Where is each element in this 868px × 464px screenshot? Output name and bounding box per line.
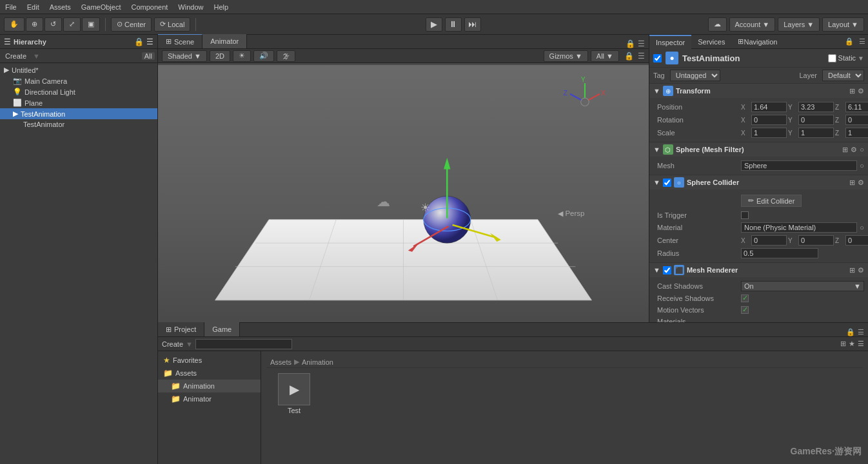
scene-menu2[interactable]: ☰ bbox=[638, 52, 645, 61]
tab-game[interactable]: Game bbox=[204, 322, 240, 336]
mr-settings-icon2[interactable]: ⚙ bbox=[858, 266, 864, 275]
scale-z[interactable] bbox=[845, 128, 868, 138]
sidebar-animation[interactable]: 📁 Animation bbox=[158, 380, 261, 392]
rotation-x[interactable] bbox=[751, 115, 787, 125]
scale-x[interactable] bbox=[751, 128, 787, 138]
center-y[interactable] bbox=[798, 235, 834, 246]
asset-test[interactable]: ▶ Test bbox=[271, 373, 317, 414]
scene-lock-icon[interactable]: 🔒 bbox=[626, 39, 635, 48]
cast-shadows-dropdown[interactable]: On ▼ bbox=[741, 281, 864, 291]
object-name[interactable]: TestAnimation bbox=[682, 53, 824, 63]
tab-animator[interactable]: Animator bbox=[202, 34, 247, 48]
hierarchy-item-test-animator[interactable]: TestAnimator bbox=[0, 119, 157, 130]
all-label[interactable]: All bbox=[142, 52, 155, 60]
radius-input[interactable] bbox=[741, 248, 818, 258]
object-active-checkbox[interactable] bbox=[653, 54, 662, 63]
mesh-renderer-header[interactable]: ▼ ⬛ Mesh Renderer ⊞ ⚙ bbox=[649, 263, 868, 277]
rotate-tool[interactable]: ↺ bbox=[44, 17, 62, 32]
hierarchy-item-test-animation[interactable]: ▶ TestAnimation bbox=[0, 108, 157, 119]
effects-icon[interactable]: 🌫 bbox=[277, 50, 295, 62]
mr-settings-icon1[interactable]: ⊞ bbox=[849, 266, 855, 275]
play-button[interactable]: ▶ bbox=[426, 17, 442, 32]
sc-enable[interactable] bbox=[663, 179, 671, 187]
rotation-y[interactable] bbox=[798, 115, 834, 125]
gizmos-dropdown[interactable]: Gizmos ▼ bbox=[544, 50, 588, 62]
position-x[interactable] bbox=[751, 102, 787, 112]
hierarchy-item-directional-light[interactable]: 💡 Directional Light bbox=[0, 86, 157, 97]
transform-settings-icon1[interactable]: ⊞ bbox=[849, 87, 855, 95]
sc-settings-icon2[interactable]: ⚙ bbox=[858, 179, 864, 187]
scale-tool[interactable]: ⤢ bbox=[63, 17, 81, 32]
tag-select[interactable]: Untagged bbox=[670, 70, 720, 81]
tab-inspector[interactable]: Inspector bbox=[649, 35, 691, 49]
sphere-collider-header[interactable]: ▼ ○ Sphere Collider ⊞ ⚙ bbox=[649, 175, 868, 189]
project-view-icon1[interactable]: ⊞ bbox=[840, 340, 846, 348]
mesh-filter-header[interactable]: ▼ ⬡ Sphere (Mesh Filter) ⊞ ⚙ ○ bbox=[649, 142, 868, 157]
create-label[interactable]: Create bbox=[3, 52, 29, 60]
tab-project[interactable]: ⊞ Project bbox=[158, 322, 204, 336]
hand-tool[interactable]: ✋ bbox=[4, 17, 25, 32]
lighting-icon[interactable]: ☀ bbox=[233, 50, 251, 62]
project-lock-icon[interactable]: 🔒 bbox=[846, 328, 855, 336]
transform-settings-icon2[interactable]: ⚙ bbox=[858, 87, 864, 95]
shading-dropdown[interactable]: Shaded ▼ bbox=[162, 50, 207, 62]
tab-services[interactable]: Services bbox=[691, 35, 731, 49]
hierarchy-menu[interactable]: ☰ bbox=[146, 37, 153, 46]
project-create-label[interactable]: Create bbox=[162, 340, 183, 348]
project-menu-icon[interactable]: ☰ bbox=[858, 328, 864, 336]
menu-edit[interactable]: Edit bbox=[22, 3, 44, 11]
scene-all-dropdown[interactable]: All ▼ bbox=[591, 50, 619, 62]
pause-button[interactable]: ⏸ bbox=[445, 17, 462, 32]
static-dropdown[interactable]: ▼ bbox=[858, 55, 864, 62]
menu-gameobject[interactable]: GameObject bbox=[76, 3, 126, 11]
project-view-icon3[interactable]: ☰ bbox=[858, 340, 864, 348]
position-y[interactable] bbox=[798, 102, 834, 112]
hierarchy-item-untitled[interactable]: ▶ Untitled* bbox=[0, 64, 157, 75]
hierarchy-item-main-camera[interactable]: 📷 Main Camera bbox=[0, 75, 157, 86]
transform-header[interactable]: ▼ ⊕ Transform ⊞ ⚙ bbox=[649, 84, 868, 98]
menu-window[interactable]: Window bbox=[173, 3, 208, 11]
menu-assets[interactable]: Assets bbox=[44, 3, 76, 11]
center-toggle[interactable]: ⊙ Center bbox=[111, 17, 152, 32]
edit-collider-button[interactable]: ✏ Edit Collider bbox=[741, 195, 802, 207]
menu-component[interactable]: Component bbox=[126, 3, 173, 11]
local-toggle[interactable]: ⟳ Local bbox=[154, 17, 190, 32]
receive-shadows-checkbox[interactable] bbox=[741, 295, 749, 302]
tab-navigation[interactable]: ⊞ Navigation bbox=[731, 35, 784, 49]
layers-dropdown[interactable]: Layers ▼ bbox=[778, 17, 820, 32]
sc-material-icon[interactable]: ○ bbox=[860, 224, 864, 231]
2d-toggle[interactable]: 2D bbox=[210, 50, 230, 62]
rotation-z[interactable] bbox=[845, 115, 868, 125]
center-z[interactable] bbox=[845, 235, 868, 246]
scene-menu-icon[interactable]: ☰ bbox=[638, 39, 645, 48]
move-tool[interactable]: ⊕ bbox=[26, 17, 43, 32]
scene-view[interactable]: ☁ ☀ X Y Z bbox=[158, 63, 649, 322]
sidebar-animator[interactable]: 📁 Animator bbox=[158, 392, 261, 405]
menu-file[interactable]: File bbox=[0, 3, 22, 11]
project-view-icon2[interactable]: ★ bbox=[849, 340, 855, 348]
layer-select[interactable]: Default bbox=[822, 70, 864, 81]
mf-settings-icon2[interactable]: ⚙ bbox=[851, 146, 857, 154]
sc-settings-icon1[interactable]: ⊞ bbox=[849, 179, 855, 187]
hierarchy-lock[interactable]: 🔒 bbox=[134, 37, 144, 46]
audio-icon[interactable]: 🔊 bbox=[253, 50, 274, 62]
scale-y[interactable] bbox=[798, 128, 834, 138]
rect-tool[interactable]: ▣ bbox=[82, 17, 100, 32]
hierarchy-item-plane[interactable]: ⬜ Plane bbox=[0, 97, 157, 108]
mr-enable[interactable] bbox=[663, 266, 671, 275]
menu-help[interactable]: Help bbox=[208, 3, 233, 11]
is-trigger-checkbox[interactable] bbox=[741, 211, 749, 219]
static-checkbox[interactable] bbox=[828, 54, 836, 63]
mesh-select-icon[interactable]: ○ bbox=[860, 162, 864, 169]
motion-vectors-checkbox[interactable] bbox=[741, 306, 749, 314]
tab-scene[interactable]: ⊞ Scene bbox=[158, 34, 202, 48]
layout-dropdown[interactable]: Layout ▼ bbox=[822, 17, 864, 32]
position-z[interactable] bbox=[845, 102, 868, 112]
step-button[interactable]: ⏭ bbox=[464, 17, 481, 32]
inspector-menu[interactable]: ☰ bbox=[856, 37, 868, 46]
center-x[interactable] bbox=[751, 235, 787, 246]
mf-settings-icon3[interactable]: ○ bbox=[860, 146, 864, 153]
project-search-input[interactable] bbox=[195, 339, 292, 349]
inspector-lock[interactable]: 🔒 bbox=[842, 37, 856, 46]
sidebar-assets[interactable]: 📁 Assets bbox=[158, 367, 261, 380]
